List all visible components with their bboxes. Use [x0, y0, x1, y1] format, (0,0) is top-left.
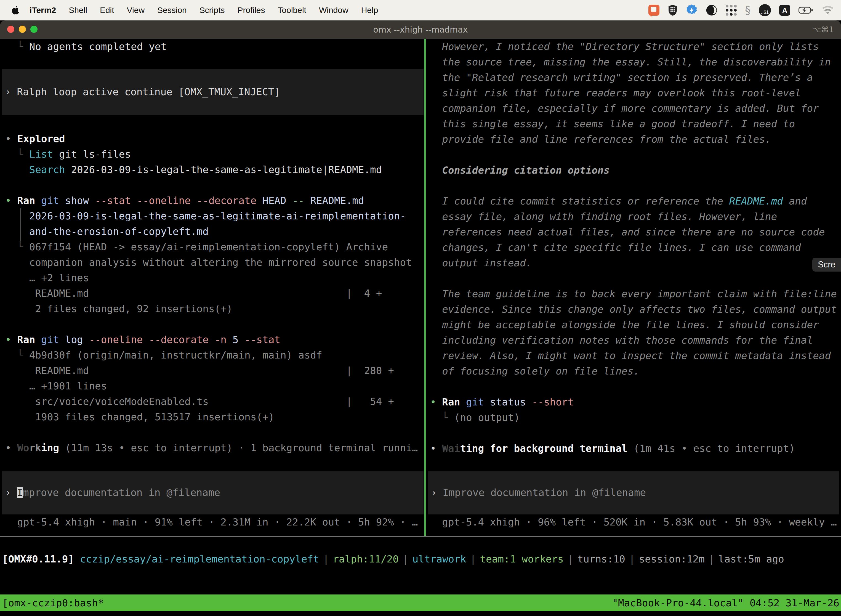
menu-item-window[interactable]: Window: [319, 6, 349, 15]
terminal-line: └ 4b9d30f (origin/main, instructkr/main,…: [0, 348, 424, 363]
separator: |: [625, 553, 639, 565]
terminal-line: references need actual files, and since …: [426, 224, 841, 240]
text-segment: changes, I can't cite specific file line…: [430, 242, 801, 253]
text-segment: (11m 13s • esc to interrupt) · 1 backgro…: [59, 442, 418, 453]
menu-bar: iTerm2 Shell Edit View Session Scripts P…: [0, 0, 841, 21]
crescent-icon[interactable]: [706, 4, 717, 16]
menu-item-view[interactable]: View: [127, 6, 145, 15]
blank-line: [426, 379, 841, 395]
text-segment: Wo: [17, 442, 29, 453]
menu-item-profiles[interactable]: Profiles: [237, 6, 265, 15]
text-segment: evidence. Since this change only affects…: [430, 304, 837, 315]
text-segment: (1m 41s • esc to interrupt): [627, 443, 795, 454]
omx-version: [OMX#0.11.9]: [2, 553, 74, 565]
text-segment: Explored: [17, 133, 65, 144]
badge-61-icon[interactable]: ..61: [759, 4, 771, 16]
text-segment: references need actual files, and since …: [430, 226, 825, 238]
terminal-line: • Ran git show --stat --oneline --decora…: [0, 193, 424, 208]
chat-icon[interactable]: [648, 5, 659, 16]
text-segment: README.md: [304, 195, 364, 206]
text-segment: List: [29, 148, 53, 160]
separator: |: [466, 553, 480, 565]
menu-item-help[interactable]: Help: [361, 6, 378, 15]
terminal-line: this single essay, it seems like a good …: [426, 116, 841, 132]
terminal-line: of focusing solely on file lines.: [426, 364, 841, 379]
menu-item-edit[interactable]: Edit: [100, 6, 114, 15]
dots-grid-icon[interactable]: [726, 5, 737, 16]
shield-icon[interactable]: [668, 4, 678, 16]
screen-tooltip-button[interactable]: Scre: [812, 258, 841, 271]
text-segment: Considering citation options: [430, 164, 610, 176]
menu-item-iterm2[interactable]: iTerm2: [29, 6, 56, 15]
menu-status-icons: § ..61 A: [648, 4, 834, 16]
blank-line: [0, 177, 424, 193]
wifi-icon[interactable]: [822, 6, 834, 15]
menu-item-session[interactable]: Session: [157, 6, 187, 15]
text-segment: •: [5, 133, 17, 144]
text-segment: this single essay, it seems like a good …: [430, 118, 795, 129]
battery-icon[interactable]: [799, 6, 813, 14]
omx-ralph-counter: ralph:11/20: [333, 553, 399, 565]
statusbar-divider: [0, 536, 841, 537]
tmux-window-label[interactable]: [omx-cczip0:bash*: [0, 597, 104, 609]
terminal-line: Considering citation options: [426, 163, 841, 178]
tmux-panes: └ No agents completed yet› Ralph loop ac…: [0, 39, 841, 536]
text-segment: Ralph loop active continue [OMX_TMUX_INJ…: [17, 86, 280, 97]
tmux-host-clock: "MacBook-Pro-44.local" 04:52 31-Mar-26: [612, 597, 841, 609]
tree-guide-line: [20, 208, 21, 241]
terminal-content[interactable]: └ No agents completed yet› Ralph loop ac…: [0, 39, 841, 616]
window-titlebar[interactable]: omx --xhigh --madmax ⌥⌘1: [0, 21, 841, 39]
text-segment: 1903 files changed, 513517 insertions(+): [5, 411, 274, 422]
prompt-input[interactable]: › Ralph loop active continue [OMX_TMUX_I…: [2, 69, 423, 115]
menu-item-shell[interactable]: Shell: [69, 6, 87, 15]
bolt-badge-icon[interactable]: [686, 4, 697, 16]
text-segment: •: [5, 442, 17, 453]
terminal-line: changes, I can't cite specific file line…: [426, 240, 841, 255]
omx-team: team:1 workers: [480, 553, 563, 565]
terminal-line: └ (no output): [426, 410, 841, 425]
text-segment: --stat --oneline --decorate: [89, 195, 256, 206]
terminal-line: … +1901 lines: [0, 378, 424, 394]
prompt-input[interactable]: › Improve documentation in @filename: [428, 471, 839, 515]
text-segment: └: [430, 412, 454, 423]
omx-branch: cczip/essay/ai-reimplementation-copyleft: [80, 553, 319, 565]
terminal-line: Search 2026-03-09-is-legal-the-same-as-l…: [0, 162, 424, 177]
omx-session: session:12m: [639, 553, 705, 565]
terminal-line: companion analysis without altering the …: [0, 255, 424, 270]
blank-line: [426, 425, 841, 441]
blank-line: [426, 271, 841, 286]
squiggle-icon[interactable]: §: [745, 5, 750, 16]
terminal-line: • Explored: [0, 131, 424, 147]
text-segment: 2026-03-09-is-legal-the-same-as-legitima…: [65, 164, 382, 175]
text-segment: show: [59, 195, 89, 206]
text-cursor: I: [17, 487, 23, 498]
text-segment: --: [286, 195, 304, 206]
terminal-line: gpt-5.4 xhigh · main · 91% left · 2.31M …: [0, 515, 424, 530]
left-agent-pane[interactable]: └ No agents completed yet› Ralph loop ac…: [0, 39, 424, 536]
text-segment: (no output): [454, 412, 520, 423]
separator: |: [705, 553, 718, 565]
menu-item-toolbelt[interactable]: Toolbelt: [278, 6, 306, 15]
text-segment: └: [5, 148, 29, 160]
text-segment: --stat: [238, 334, 280, 345]
a-key-icon[interactable]: A: [779, 5, 790, 16]
text-segment: … +2 lines: [5, 272, 89, 283]
right-agent-pane[interactable]: However, I noticed the "Directory Struct…: [426, 39, 841, 536]
terminal-line: 1903 files changed, 513517 insertions(+): [0, 409, 424, 425]
text-segment: README.md | 280 +: [5, 365, 394, 376]
text-segment: •: [5, 195, 17, 206]
apple-icon[interactable]: [12, 6, 20, 15]
text-segment: essay file, along with finding root file…: [430, 211, 777, 222]
omx-status-bar: [OMX#0.11.9] cczip/essay/ai-reimplementa…: [0, 551, 841, 568]
text-segment: gpt-5.4 xhigh · 96% left · 520K in · 5.8…: [430, 516, 837, 528]
blank-line: [426, 147, 841, 163]
terminal-line: 2 files changed, 92 insertions(+): [0, 301, 424, 317]
text-segment: 4b9d30f (origin/main, instructkr/main, m…: [29, 349, 322, 361]
terminal-line: README.md | 4 +: [0, 286, 424, 301]
menu-item-scripts[interactable]: Scripts: [199, 6, 225, 15]
prompt-input[interactable]: › Improve documentation in @filename: [2, 471, 423, 515]
text-segment: •: [5, 334, 17, 345]
text-segment: Ran: [17, 195, 35, 206]
text-segment: Improve documentation in @filename: [442, 487, 646, 498]
text-segment: 5: [227, 334, 238, 345]
